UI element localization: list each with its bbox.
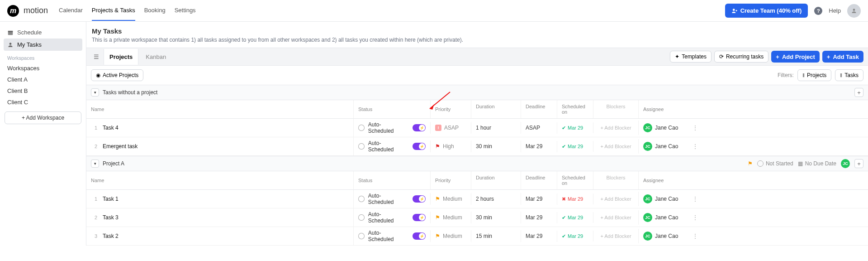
task-name[interactable]: Emergent task: [103, 143, 138, 150]
chevron-down-icon[interactable]: ▾: [91, 160, 99, 168]
workspace-item[interactable]: Client B: [4, 85, 82, 97]
auto-schedule-toggle[interactable]: [413, 195, 426, 203]
plus-icon: +: [776, 53, 779, 60]
chevron-down-icon[interactable]: ▾: [91, 88, 99, 97]
row-menu-icon[interactable]: ⋮: [688, 122, 702, 134]
tab-projects[interactable]: Projects: [104, 49, 138, 65]
group-title: Tasks without a project: [103, 89, 157, 96]
status-circle-icon[interactable]: [358, 143, 365, 150]
duration-cell[interactable]: 2 hours: [471, 193, 521, 205]
add-button[interactable]: +: [854, 88, 863, 97]
add-blocker-button[interactable]: + Add Blocker: [593, 122, 638, 133]
group-header: ▾Project A ⚑ Not Started ▦No Due Date JC…: [86, 156, 868, 171]
priority-text: High: [443, 143, 454, 150]
task-row[interactable]: 3Task 2 Auto-Scheduled ⚑Medium 15 min Ma…: [86, 227, 868, 246]
group-due: No Due Date: [805, 160, 836, 167]
auto-schedule-toggle[interactable]: [413, 143, 426, 150]
sidebar-schedule[interactable]: Schedule: [4, 26, 82, 39]
deadline-cell[interactable]: Mar 29: [521, 193, 557, 205]
avatar[interactable]: JC: [643, 123, 652, 132]
status-circle-icon[interactable]: [358, 196, 365, 202]
task-name[interactable]: Task 1: [103, 196, 119, 202]
priority-flag-icon: ⚑: [435, 196, 440, 202]
filter-tasks-button[interactable]: ⦀Tasks: [835, 69, 863, 81]
active-projects-filter[interactable]: ◉Active Projects: [91, 69, 143, 81]
person-icon: [7, 42, 14, 48]
person-plus-icon: [731, 8, 738, 14]
task-row[interactable]: 2Emergent task Auto-Scheduled ⚑High 30 m…: [86, 137, 868, 156]
priority-asap-icon: !: [435, 125, 441, 131]
nav-settings[interactable]: Settings: [175, 0, 196, 21]
nav-calendar[interactable]: Calendar: [59, 0, 83, 21]
tab-kanban[interactable]: Kanban: [140, 49, 171, 65]
task-name[interactable]: Task 2: [103, 233, 119, 239]
deadline-cell[interactable]: Mar 29: [521, 212, 557, 223]
refresh-icon: ⟳: [719, 53, 724, 60]
add-button[interactable]: +: [854, 159, 863, 168]
task-row[interactable]: 1Task 4 Auto-Scheduled !ASAP 1 hour ASAP…: [86, 119, 868, 137]
hamburger-icon[interactable]: ☰: [91, 52, 102, 62]
avatar[interactable]: JC: [643, 142, 652, 151]
workspace-item[interactable]: Workspaces: [4, 63, 82, 74]
status-circle-icon[interactable]: [358, 214, 365, 221]
templates-button[interactable]: ✦Templates: [670, 51, 711, 63]
task-name[interactable]: Task 4: [103, 125, 119, 131]
duration-cell[interactable]: 30 min: [471, 140, 521, 152]
duration-cell[interactable]: 1 hour: [471, 122, 521, 134]
avatar[interactable]: JC: [643, 232, 652, 241]
auto-schedule-toggle[interactable]: [413, 214, 426, 221]
person-icon: [851, 8, 857, 14]
workspace-item[interactable]: Client C: [4, 97, 82, 108]
priority-text: Medium: [443, 214, 462, 221]
status-circle-icon[interactable]: [358, 125, 365, 131]
svg-rect-3: [8, 30, 13, 32]
add-task-button[interactable]: +Add Task: [822, 51, 863, 63]
main: My Tasks This is a private workspace tha…: [86, 22, 868, 246]
filter-projects-button[interactable]: ⦀Projects: [797, 69, 831, 81]
help-icon[interactable]: ?: [814, 7, 822, 15]
priority-flag-icon[interactable]: ⚑: [748, 160, 753, 167]
row-index: 3: [91, 233, 97, 239]
add-blocker-button[interactable]: + Add Blocker: [593, 141, 638, 152]
recurring-tasks-button[interactable]: ⟳Recurring tasks: [714, 51, 768, 63]
row-menu-icon[interactable]: ⋮: [688, 140, 702, 152]
sidebar-my-tasks[interactable]: My Tasks: [4, 39, 82, 51]
help-label[interactable]: Help: [829, 7, 841, 14]
status-text: Auto-Scheduled: [368, 230, 406, 242]
add-workspace-button[interactable]: + Add Workspace: [5, 111, 81, 124]
svg-point-0: [733, 9, 735, 11]
priority-flag-icon: ⚑: [435, 143, 440, 150]
nav-booking[interactable]: Booking: [144, 0, 166, 21]
duration-cell[interactable]: 15 min: [471, 230, 521, 242]
avatar[interactable]: JC: [841, 159, 850, 168]
group-header: ▾Tasks without a project+: [86, 85, 868, 100]
add-project-button[interactable]: +Add Project: [771, 51, 820, 63]
auto-schedule-toggle[interactable]: [413, 232, 426, 240]
add-blocker-button[interactable]: + Add Blocker: [593, 231, 638, 242]
add-blocker-button[interactable]: + Add Blocker: [593, 193, 638, 204]
eye-icon: ◉: [96, 72, 100, 78]
priority-text: ASAP: [444, 125, 459, 131]
task-row[interactable]: 2Task 3 Auto-Scheduled ⚑Medium 30 min Ma…: [86, 208, 868, 227]
page-title: My Tasks: [92, 27, 863, 35]
nav-projects-tasks[interactable]: Projects & Tasks: [92, 0, 135, 21]
avatar[interactable]: JC: [643, 194, 652, 203]
create-team-button[interactable]: Create Team (40% off): [725, 4, 808, 18]
priority-flag-icon: ⚑: [435, 233, 440, 239]
deadline-cell[interactable]: Mar 29: [521, 140, 557, 152]
row-menu-icon[interactable]: ⋮: [688, 193, 702, 205]
add-blocker-button[interactable]: + Add Blocker: [593, 212, 638, 223]
row-menu-icon[interactable]: ⋮: [688, 230, 702, 242]
workspace-item[interactable]: Client A: [4, 74, 82, 85]
task-row[interactable]: 1Task 1 Auto-Scheduled ⚑Medium 2 hours M…: [86, 190, 868, 208]
auto-schedule-toggle[interactable]: [413, 124, 426, 131]
task-name[interactable]: Task 3: [103, 214, 119, 221]
avatar[interactable]: JC: [643, 213, 652, 222]
assignee-name: Jane Cao: [655, 233, 678, 239]
deadline-cell[interactable]: ASAP: [521, 122, 557, 134]
deadline-cell[interactable]: Mar 29: [521, 230, 557, 242]
row-menu-icon[interactable]: ⋮: [688, 212, 702, 223]
status-circle-icon[interactable]: [358, 233, 365, 239]
duration-cell[interactable]: 30 min: [471, 212, 521, 223]
user-avatar[interactable]: [847, 4, 861, 18]
